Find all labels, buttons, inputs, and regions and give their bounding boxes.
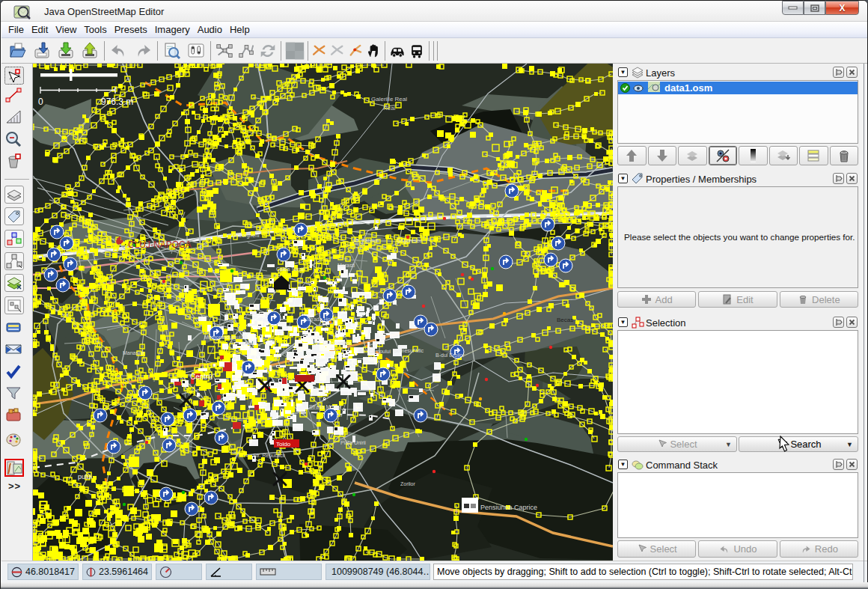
svg-text:Strada Horea: Strada Horea <box>307 317 338 322</box>
svg-text:Pensiunea Caprice: Pensiunea Caprice <box>480 504 537 511</box>
svg-text:pului: pului <box>78 473 92 480</box>
svg-text:Centru: Centru <box>190 373 213 381</box>
svg-text:Manastur: Manastur <box>123 350 145 355</box>
svg-text:Iulius Mall: Iulius Mall <box>231 341 255 346</box>
svg-text:Memorandumului: Memorandumului <box>204 335 245 340</box>
svg-text:Str. Dorobantilor: Str. Dorobantilor <box>314 341 352 346</box>
svg-text:Str. Fabricii: Str. Fabricii <box>352 238 379 243</box>
svg-text:Somesul Mic: Somesul Mic <box>394 348 424 353</box>
svg-text:Piata Unirii: Piata Unirii <box>340 440 366 445</box>
svg-text:Strada Motilor: Strada Motilor <box>309 404 342 409</box>
svg-text:Marasti: Marasti <box>337 263 355 268</box>
svg-text:Becas: Becas <box>557 317 573 323</box>
svg-text:976.3 m: 976.3 m <box>101 97 133 107</box>
svg-text:Calea Turzii: Calea Turzii <box>276 266 304 272</box>
svg-text:Grigorescu: Grigorescu <box>397 238 422 244</box>
svg-text:Zorilor: Zorilor <box>400 481 416 486</box>
svg-text:CLUJ-NAPOCA: CLUJ-NAPOCA <box>128 239 192 250</box>
svg-text:Real: Real <box>383 105 396 112</box>
svg-text:Str. Republicii: Str. Republicii <box>253 453 285 459</box>
svg-text:B-dul Eroilor: B-dul Eroilor <box>435 353 465 358</box>
svg-text:Galeriile Real: Galeriile Real <box>371 96 407 103</box>
svg-text:Toldo: Toldo <box>276 441 291 448</box>
svg-text:0: 0 <box>38 97 43 107</box>
svg-text:Str. Campului: Str. Campului <box>359 349 391 355</box>
svg-text:Gheorgheni: Gheorgheni <box>232 233 260 239</box>
